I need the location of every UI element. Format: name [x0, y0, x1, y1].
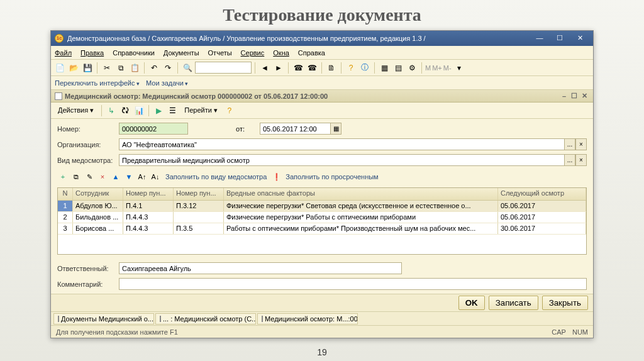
search-input[interactable] — [195, 62, 252, 74]
menu-service[interactable]: Сервис — [241, 49, 265, 57]
status-cap: CAP — [552, 328, 566, 336]
help-icon[interactable]: ? — [345, 62, 357, 74]
table-row[interactable]: 1 Абдулов Ю... П.4.1 П.3.12 Физические п… — [58, 201, 586, 212]
switch-interface[interactable]: Переключить интерфейс — [55, 79, 140, 87]
copy-icon[interactable]: ⧉ — [114, 62, 127, 74]
add-row-icon[interactable]: + — [57, 171, 69, 182]
doc-min-button[interactable]: – — [559, 92, 569, 100]
help2-icon[interactable]: ? — [223, 104, 236, 117]
refresh-icon[interactable]: 🗘 — [119, 104, 131, 117]
org-select-button[interactable]: ... — [564, 138, 575, 150]
nav-back-icon[interactable]: ◄ — [258, 62, 271, 74]
calendar-picker-icon[interactable]: ▦ — [330, 123, 341, 135]
close-doc-button[interactable]: Закрыть — [542, 296, 588, 310]
edit-row-icon[interactable]: ✎ — [84, 171, 95, 182]
menu-file[interactable]: Файл — [55, 49, 72, 57]
org-input[interactable] — [119, 138, 564, 150]
window-tab[interactable]: Медицинский осмотр: М...:00 — [257, 313, 358, 325]
col-employee[interactable]: Сотрудник — [73, 188, 123, 200]
employees-grid[interactable]: N Сотрудник Номер пун... Номер пун... Вр… — [57, 187, 587, 255]
col-point2[interactable]: Номер пун... — [174, 188, 224, 200]
doc-close-button[interactable]: ✕ — [579, 92, 589, 100]
move-up-icon[interactable]: ▲ — [110, 171, 121, 182]
actions-button[interactable]: Действия ▾ — [53, 104, 98, 116]
save-button[interactable]: Записать — [489, 296, 538, 310]
grid-toolbar: + ⧉ ✎ × ▲ ▼ A↑ A↓ Заполнить по виду медо… — [57, 170, 587, 184]
type-clear-button[interactable]: × — [575, 154, 587, 166]
tab-icon — [58, 316, 59, 322]
minimize-button[interactable]: — — [530, 33, 549, 44]
window-tab[interactable]: ... : Медицинский осмотр (С... — [155, 313, 256, 325]
paste-icon[interactable]: 📋 — [128, 62, 141, 74]
mem-m[interactable]: M — [425, 64, 431, 72]
tab-icon — [262, 316, 263, 322]
col-factors[interactable]: Вредные опасные факторы — [224, 188, 498, 200]
list-icon[interactable]: ☰ — [166, 104, 179, 117]
new-icon[interactable]: 📄 — [53, 62, 66, 74]
window-tabs: Документы Медицинский о... ... : Медицин… — [51, 311, 593, 325]
footer-actions: OK Записать Закрыть — [51, 294, 593, 311]
search-icon[interactable]: 🔍 — [181, 62, 194, 74]
menu-refs[interactable]: Справочники — [113, 49, 155, 57]
table-row[interactable]: 3 Борисова ... П.4.4.3 П.3.5 Работы с оп… — [58, 223, 586, 235]
move-down-icon[interactable]: ▼ — [123, 171, 135, 182]
copy-row-icon[interactable]: ⧉ — [70, 171, 82, 182]
menu-reports[interactable]: Отчеты — [208, 49, 232, 57]
dropdown-icon[interactable]: ▾ — [453, 62, 465, 74]
menu-edit[interactable]: Правка — [80, 49, 104, 57]
doc-max-button[interactable]: ☐ — [569, 92, 579, 100]
cut-icon[interactable]: ✂ — [101, 62, 113, 74]
slide-title: Тестирование документа — [0, 0, 644, 28]
date-input[interactable] — [260, 123, 330, 135]
my-tasks[interactable]: Мои задачи — [146, 79, 188, 87]
sort-desc-icon[interactable]: A↓ — [150, 171, 161, 182]
redo-icon[interactable]: ↷ — [162, 62, 174, 74]
responsible-input[interactable] — [119, 262, 402, 274]
mem-mp[interactable]: M+ — [432, 64, 442, 72]
close-button[interactable]: ✕ — [570, 33, 589, 44]
doc-icon[interactable]: 🗎 — [325, 62, 338, 74]
maximize-button[interactable]: ☐ — [550, 33, 569, 44]
col-n[interactable]: N — [58, 188, 73, 200]
type-select-button[interactable]: ... — [564, 154, 575, 166]
col-next[interactable]: Следующий осмотр — [498, 188, 586, 200]
del-row-icon[interactable]: × — [97, 171, 108, 182]
phone-icon[interactable]: ☎ — [292, 62, 304, 74]
doc-title: Медицинский осмотр: Медицинский осмотр 0… — [65, 92, 328, 100]
org-label: Организация: — [57, 141, 114, 148]
tool-icon[interactable]: ⚙ — [406, 62, 418, 74]
main-toolbar: 📄 📂 💾 ✂ ⧉ 📋 ↶ ↷ 🔍 ◄ ► ☎ ☎ 🗎 ? ⓘ ▦ — [51, 60, 593, 76]
save-icon[interactable]: 💾 — [81, 62, 94, 74]
open-icon[interactable]: 📂 — [67, 62, 80, 74]
nav-fwd-icon[interactable]: ► — [272, 62, 285, 74]
calc-icon[interactable]: ▤ — [392, 62, 404, 74]
type-input[interactable] — [119, 154, 564, 166]
report-icon[interactable]: 📊 — [133, 104, 145, 117]
menu-windows[interactable]: Окна — [273, 49, 289, 57]
type-label: Вид медосмотра: — [57, 157, 114, 164]
calendar-icon[interactable]: ▦ — [378, 62, 391, 74]
table-row[interactable]: 2 Бильданов ... П.4.4.3 Физические перег… — [58, 212, 586, 223]
undo-icon[interactable]: ↶ — [148, 62, 160, 74]
status-bar: Для получения подсказки нажмите F1 CAP N… — [51, 325, 593, 338]
post-icon[interactable]: ↳ — [105, 104, 118, 117]
fill-by-type-link[interactable]: Заполнить по виду медосмотра — [165, 173, 267, 181]
run-icon[interactable]: ▶ — [152, 104, 165, 117]
window-tab[interactable]: Документы Медицинский о... — [53, 313, 154, 325]
menu-help[interactable]: Справка — [298, 49, 325, 57]
col-point1[interactable]: Номер пун... — [123, 188, 174, 200]
tab-icon — [160, 316, 161, 322]
info-icon[interactable]: ⓘ — [358, 62, 371, 74]
doc-icon — [55, 92, 62, 100]
sort-asc-icon[interactable]: A↑ — [136, 171, 148, 182]
fill-overdue-link[interactable]: Заполнить по просроченным — [286, 173, 378, 181]
menu-docs[interactable]: Документы — [164, 49, 199, 57]
ok-button[interactable]: OK — [458, 296, 485, 310]
status-hint: Для получения подсказки нажмите F1 — [56, 328, 178, 336]
comment-input[interactable] — [119, 278, 587, 290]
goto-button[interactable]: Перейти ▾ — [180, 104, 222, 116]
mem-mm[interactable]: M- — [443, 64, 452, 72]
org-clear-button[interactable]: × — [575, 138, 587, 150]
number-input[interactable] — [119, 123, 188, 135]
phone2-icon[interactable]: ☎ — [306, 62, 318, 74]
